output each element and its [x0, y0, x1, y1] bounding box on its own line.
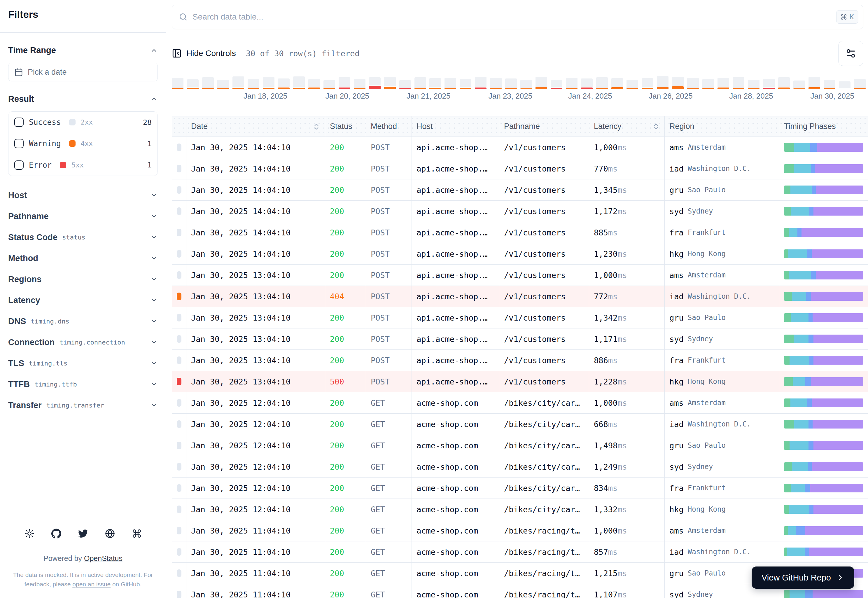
histogram-bar[interactable]	[414, 77, 426, 89]
table-row[interactable]: Jan 30, 2025 13:04:10500POSTapi.acme-sho…	[172, 371, 868, 392]
filter-section-tls[interactable]: TLStiming.tls	[8, 353, 158, 374]
row-select-cell[interactable]	[172, 520, 187, 541]
histogram-bar[interactable]	[248, 79, 259, 89]
view-github-repo-button[interactable]: View GitHub Repo	[751, 567, 854, 589]
histogram-bar[interactable]	[233, 76, 244, 89]
histogram-bar[interactable]	[505, 78, 517, 89]
twitter-icon[interactable]	[78, 529, 88, 538]
histogram-bar[interactable]	[642, 78, 653, 89]
table-row[interactable]: Jan 30, 2025 14:04:10200POSTapi.acme-sho…	[172, 179, 868, 201]
table-row[interactable]: Jan 30, 2025 14:04:10200POSTapi.acme-sho…	[172, 222, 868, 243]
histogram-bar[interactable]	[293, 76, 305, 89]
row-select-cell[interactable]	[172, 158, 187, 179]
row-select-cell[interactable]	[172, 414, 187, 435]
row-select-cell[interactable]	[172, 137, 187, 158]
histogram-bar[interactable]	[202, 77, 214, 89]
table-row[interactable]: Jan 30, 2025 11:04:10200GETacme-shop.com…	[172, 520, 868, 541]
histogram-bar[interactable]	[793, 81, 805, 89]
row-select-cell[interactable]	[172, 222, 187, 243]
histogram-bar[interactable]	[611, 78, 623, 89]
sort-icon[interactable]	[652, 123, 660, 130]
section-result[interactable]: Result	[8, 94, 158, 104]
row-select-cell[interactable]	[172, 563, 187, 584]
histogram-bar[interactable]	[854, 79, 866, 89]
filter-section-latency[interactable]: Latency	[8, 290, 158, 311]
histogram-bar[interactable]	[748, 80, 759, 89]
table-row[interactable]: Jan 30, 2025 12:04:10200GETacme-shop.com…	[172, 414, 868, 435]
filter-section-host[interactable]: Host	[8, 185, 158, 206]
result-option-warning[interactable]: Warning4xx1	[9, 133, 157, 154]
result-option-success[interactable]: Success2xx28	[9, 112, 157, 133]
table-row[interactable]: Jan 30, 2025 14:04:10200POSTapi.acme-sho…	[172, 137, 868, 158]
row-select-cell[interactable]	[172, 435, 187, 456]
filter-section-regions[interactable]: Regions	[8, 269, 158, 290]
section-time-range[interactable]: Time Range	[8, 45, 158, 55]
histogram-bar[interactable]	[520, 80, 532, 89]
hide-controls-button[interactable]: Hide Controls	[172, 48, 236, 58]
histogram-bar[interactable]	[535, 77, 547, 89]
table-row[interactable]: Jan 30, 2025 12:04:10200GETacme-shop.com…	[172, 499, 868, 520]
row-select-cell[interactable]	[172, 499, 187, 520]
row-select-cell[interactable]	[172, 350, 187, 371]
histogram-bar[interactable]	[581, 78, 593, 89]
checkbox[interactable]	[14, 139, 24, 148]
histogram-bar[interactable]	[172, 78, 184, 89]
column-header-latency[interactable]: Latency	[589, 117, 665, 136]
filter-section-dns[interactable]: DNStiming.dns	[8, 311, 158, 332]
histogram-bar[interactable]	[369, 77, 381, 89]
table-row[interactable]: Jan 30, 2025 12:04:10200GETacme-shop.com…	[172, 435, 868, 456]
histogram-bar[interactable]	[778, 77, 790, 89]
row-select-cell[interactable]	[172, 371, 187, 392]
histogram-bar[interactable]	[323, 80, 335, 89]
histogram-bar[interactable]	[308, 79, 320, 89]
histogram-bar[interactable]	[566, 78, 578, 89]
histogram-bar[interactable]	[626, 80, 638, 89]
globe-icon[interactable]	[105, 529, 115, 538]
table-row[interactable]: Jan 30, 2025 13:04:10200POSTapi.acme-sho…	[172, 350, 868, 371]
histogram-bar[interactable]	[460, 79, 471, 89]
sort-icon[interactable]	[313, 123, 320, 130]
row-select-cell[interactable]	[172, 286, 187, 307]
histogram-bar[interactable]	[429, 78, 441, 89]
command-icon[interactable]	[132, 529, 142, 538]
view-options-button[interactable]	[838, 41, 864, 66]
row-select-cell[interactable]	[172, 201, 187, 222]
table-row[interactable]: Jan 30, 2025 13:04:10200POSTapi.acme-sho…	[172, 329, 868, 350]
histogram-bar[interactable]	[399, 80, 411, 89]
column-header-date[interactable]: Date	[187, 117, 325, 136]
row-select-cell[interactable]	[172, 456, 187, 477]
histogram-bar[interactable]	[672, 77, 684, 89]
histogram-bar[interactable]	[384, 77, 396, 89]
checkbox[interactable]	[14, 160, 24, 170]
row-select-cell[interactable]	[172, 265, 187, 286]
table-row[interactable]: Jan 30, 2025 13:04:10200POSTapi.acme-sho…	[172, 307, 868, 329]
histogram-bar[interactable]	[733, 77, 744, 89]
row-select-cell[interactable]	[172, 541, 187, 562]
row-select-cell[interactable]	[172, 179, 187, 200]
row-select-cell[interactable]	[172, 477, 187, 499]
filter-section-ttfb[interactable]: TTFBtiming.ttfb	[8, 374, 158, 395]
row-select-cell[interactable]	[172, 307, 187, 328]
table-row[interactable]: Jan 30, 2025 11:04:10200GETacme-shop.com…	[172, 541, 868, 563]
row-select-cell[interactable]	[172, 329, 187, 350]
histogram-bar[interactable]	[717, 78, 729, 89]
histogram-bar[interactable]	[490, 78, 502, 89]
result-option-error[interactable]: Error5xx1	[9, 154, 157, 176]
histogram-bar[interactable]	[839, 81, 850, 89]
histogram-bar[interactable]	[354, 79, 366, 89]
row-select-cell[interactable]	[172, 392, 187, 413]
github-icon[interactable]	[51, 529, 61, 538]
table-row[interactable]: Jan 30, 2025 14:04:10200POSTapi.acme-sho…	[172, 158, 868, 179]
date-picker-input[interactable]: Pick a date	[8, 63, 158, 81]
table-row[interactable]: Jan 30, 2025 14:04:10200POSTapi.acme-sho…	[172, 243, 868, 265]
table-row[interactable]: Jan 30, 2025 12:04:10200GETacme-shop.com…	[172, 392, 868, 414]
histogram-bar[interactable]	[445, 78, 456, 89]
filter-section-transfer[interactable]: Transfertiming.transfer	[8, 395, 158, 416]
filter-section-connection[interactable]: Connectiontiming.connection	[8, 332, 158, 353]
histogram-bar[interactable]	[217, 80, 229, 89]
histogram-bar[interactable]	[808, 77, 820, 89]
theme-sun-icon[interactable]	[24, 529, 34, 538]
filter-section-method[interactable]: Method	[8, 248, 158, 269]
histogram-bar[interactable]	[687, 78, 699, 89]
filter-section-status-code[interactable]: Status Codestatus	[8, 227, 158, 248]
